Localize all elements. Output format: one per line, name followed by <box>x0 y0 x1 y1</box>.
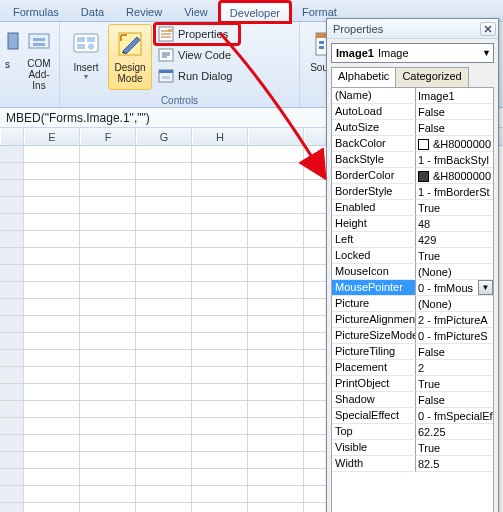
cell[interactable] <box>192 452 248 469</box>
column-header[interactable]: H <box>192 128 248 145</box>
cell[interactable] <box>192 469 248 486</box>
property-row[interactable]: Left429 <box>332 232 493 248</box>
cell[interactable] <box>192 418 248 435</box>
property-row[interactable]: BorderColor&H8000000 <box>332 168 493 184</box>
cell[interactable] <box>248 333 304 350</box>
cell[interactable] <box>248 180 304 197</box>
cell[interactable] <box>136 146 192 163</box>
property-row[interactable]: Width82.5 <box>332 456 493 472</box>
cell[interactable] <box>24 197 80 214</box>
property-row[interactable]: Top62.25 <box>332 424 493 440</box>
property-value[interactable]: 2 - fmPictureA <box>416 312 493 328</box>
property-row[interactable]: EnabledTrue <box>332 200 493 216</box>
cell[interactable] <box>80 350 136 367</box>
cell[interactable] <box>192 316 248 333</box>
cell[interactable] <box>24 333 80 350</box>
cell[interactable] <box>136 367 192 384</box>
cell[interactable] <box>136 452 192 469</box>
corner-cell[interactable] <box>0 128 24 145</box>
cell[interactable] <box>24 282 80 299</box>
cell[interactable] <box>136 231 192 248</box>
property-row[interactable]: LockedTrue <box>332 248 493 264</box>
cell[interactable] <box>248 384 304 401</box>
cell[interactable] <box>24 435 80 452</box>
cell[interactable] <box>248 197 304 214</box>
cell[interactable] <box>80 316 136 333</box>
cell[interactable] <box>136 435 192 452</box>
property-value[interactable]: 0 - fmPictureS <box>416 328 493 344</box>
cell[interactable] <box>136 418 192 435</box>
cell[interactable] <box>192 486 248 503</box>
property-value[interactable]: 0 - fmMous▼ <box>416 280 493 296</box>
cell[interactable] <box>80 435 136 452</box>
cell[interactable] <box>80 333 136 350</box>
cell[interactable] <box>136 486 192 503</box>
cell[interactable] <box>136 350 192 367</box>
cell[interactable] <box>192 248 248 265</box>
addins-button[interactable]: s <box>4 24 22 90</box>
property-value[interactable]: 2 <box>416 360 493 376</box>
cell[interactable] <box>192 384 248 401</box>
cell[interactable] <box>248 401 304 418</box>
cell[interactable] <box>80 418 136 435</box>
cell[interactable] <box>80 163 136 180</box>
cell[interactable] <box>80 367 136 384</box>
cell[interactable] <box>136 163 192 180</box>
cell[interactable] <box>248 503 304 512</box>
cell[interactable] <box>24 418 80 435</box>
cell[interactable] <box>24 350 80 367</box>
cell[interactable] <box>24 367 80 384</box>
cell[interactable] <box>136 282 192 299</box>
cell[interactable] <box>192 180 248 197</box>
property-value[interactable]: True <box>416 248 493 264</box>
cell[interactable] <box>248 418 304 435</box>
cell[interactable] <box>80 248 136 265</box>
cell[interactable] <box>136 197 192 214</box>
property-value[interactable]: 48 <box>416 216 493 232</box>
property-row[interactable]: Height48 <box>332 216 493 232</box>
design-mode-button[interactable]: Design Mode <box>108 24 152 90</box>
property-value[interactable]: &H8000000 <box>416 168 493 184</box>
cell[interactable] <box>80 146 136 163</box>
cell[interactable] <box>192 265 248 282</box>
cell[interactable] <box>248 299 304 316</box>
cell[interactable] <box>80 401 136 418</box>
cell[interactable] <box>192 146 248 163</box>
dropdown-button[interactable]: ▼ <box>478 280 493 295</box>
cell[interactable] <box>24 486 80 503</box>
cell[interactable] <box>24 299 80 316</box>
column-header[interactable]: E <box>24 128 80 145</box>
property-row[interactable]: VisibleTrue <box>332 440 493 456</box>
cell[interactable] <box>192 435 248 452</box>
cell[interactable] <box>248 214 304 231</box>
property-row[interactable]: SpecialEffect0 - fmSpecialEf <box>332 408 493 424</box>
property-row[interactable]: PictureAlignment2 - fmPictureA <box>332 312 493 328</box>
view-code-button[interactable]: View Code <box>155 45 239 65</box>
cell[interactable] <box>136 384 192 401</box>
cell[interactable] <box>248 452 304 469</box>
cell[interactable] <box>248 163 304 180</box>
property-row[interactable]: ShadowFalse <box>332 392 493 408</box>
cell[interactable] <box>24 265 80 282</box>
insert-button[interactable]: Insert ▾ <box>64 24 108 90</box>
cell[interactable] <box>248 469 304 486</box>
cell[interactable] <box>136 214 192 231</box>
cell[interactable] <box>80 282 136 299</box>
close-button[interactable] <box>480 22 496 36</box>
property-value[interactable]: True <box>416 440 493 456</box>
property-row[interactable]: BackStyle1 - fmBackStyl <box>332 152 493 168</box>
cell[interactable] <box>136 248 192 265</box>
cell[interactable] <box>80 469 136 486</box>
cell[interactable] <box>136 265 192 282</box>
property-row[interactable]: (Name)Image1 <box>332 88 493 104</box>
cell[interactable] <box>192 401 248 418</box>
tab-view[interactable]: View <box>173 0 219 22</box>
cell[interactable] <box>80 265 136 282</box>
cell[interactable] <box>248 316 304 333</box>
property-row[interactable]: PictureTilingFalse <box>332 344 493 360</box>
cell[interactable] <box>24 146 80 163</box>
cell[interactable] <box>248 146 304 163</box>
tab-developer[interactable]: Developer <box>219 1 291 23</box>
cell[interactable] <box>80 180 136 197</box>
cell[interactable] <box>192 333 248 350</box>
